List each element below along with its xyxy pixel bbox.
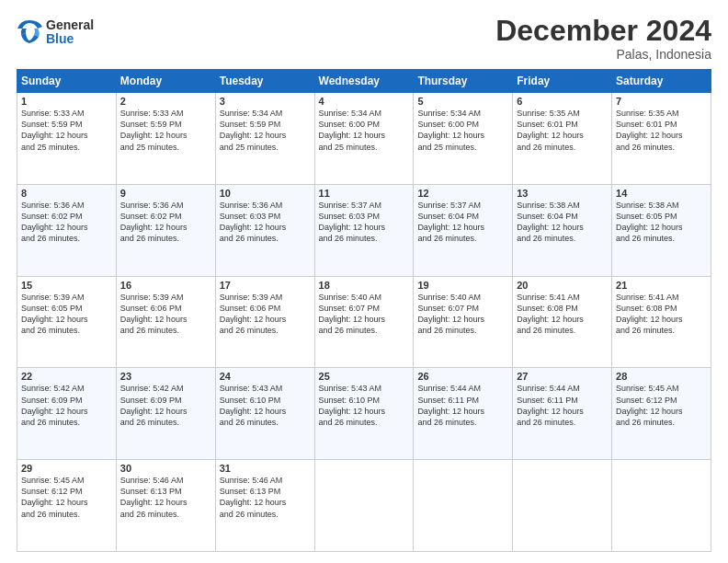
calendar-cell (414, 460, 513, 552)
calendar-cell: 8Sunrise: 5:36 AMSunset: 6:02 PMDaylight… (17, 184, 117, 276)
day-number: 3 (220, 96, 311, 107)
day-info: Sunrise: 5:44 AMSunset: 6:11 PMDaylight:… (417, 383, 508, 428)
day-info: Sunrise: 5:45 AMSunset: 6:12 PMDaylight:… (21, 475, 112, 520)
calendar-cell: 1Sunrise: 5:33 AMSunset: 5:59 PMDaylight… (17, 93, 117, 185)
header-day-wednesday: Wednesday (314, 70, 414, 93)
day-number: 10 (220, 188, 311, 199)
day-info: Sunrise: 5:41 AMSunset: 6:08 PMDaylight:… (616, 292, 707, 337)
calendar-week-1: 1Sunrise: 5:33 AMSunset: 5:59 PMDaylight… (17, 93, 711, 185)
calendar-cell: 30Sunrise: 5:46 AMSunset: 6:13 PMDayligh… (116, 460, 215, 552)
day-info: Sunrise: 5:34 AMSunset: 6:00 PMDaylight:… (417, 108, 508, 153)
day-number: 21 (616, 280, 707, 291)
day-number: 20 (517, 280, 608, 291)
day-number: 22 (21, 371, 112, 382)
calendar-week-4: 22Sunrise: 5:42 AMSunset: 6:09 PMDayligh… (17, 368, 711, 460)
day-info: Sunrise: 5:39 AMSunset: 6:05 PMDaylight:… (21, 292, 112, 337)
day-info: Sunrise: 5:42 AMSunset: 6:09 PMDaylight:… (120, 383, 211, 428)
day-info: Sunrise: 5:44 AMSunset: 6:11 PMDaylight:… (517, 383, 608, 428)
calendar-cell: 28Sunrise: 5:45 AMSunset: 6:12 PMDayligh… (612, 368, 711, 460)
header-day-sunday: Sunday (17, 70, 117, 93)
calendar-week-2: 8Sunrise: 5:36 AMSunset: 6:02 PMDaylight… (17, 184, 711, 276)
day-number: 1 (21, 96, 112, 107)
calendar-cell: 11Sunrise: 5:37 AMSunset: 6:03 PMDayligh… (314, 184, 414, 276)
header: General Blue December 2024 Palas, Indone… (17, 15, 711, 62)
calendar-cell: 14Sunrise: 5:38 AMSunset: 6:05 PMDayligh… (612, 184, 711, 276)
day-info: Sunrise: 5:34 AMSunset: 6:00 PMDaylight:… (319, 108, 410, 153)
day-number: 7 (616, 96, 707, 107)
day-number: 14 (616, 188, 707, 199)
day-number: 24 (220, 371, 311, 382)
day-info: Sunrise: 5:40 AMSunset: 6:07 PMDaylight:… (417, 292, 508, 337)
day-info: Sunrise: 5:35 AMSunset: 6:01 PMDaylight:… (616, 108, 707, 153)
day-number: 17 (220, 280, 311, 291)
day-number: 2 (120, 96, 211, 107)
logo-general-text: General (46, 18, 94, 32)
calendar-cell: 22Sunrise: 5:42 AMSunset: 6:09 PMDayligh… (17, 368, 117, 460)
logo-blue-text: Blue (46, 32, 94, 46)
day-number: 28 (616, 371, 707, 382)
calendar-cell: 23Sunrise: 5:42 AMSunset: 6:09 PMDayligh… (116, 368, 215, 460)
day-number: 25 (319, 371, 410, 382)
day-info: Sunrise: 5:45 AMSunset: 6:12 PMDaylight:… (616, 383, 707, 428)
day-info: Sunrise: 5:39 AMSunset: 6:06 PMDaylight:… (120, 292, 211, 337)
day-number: 12 (417, 188, 508, 199)
calendar-cell: 9Sunrise: 5:36 AMSunset: 6:02 PMDaylight… (116, 184, 215, 276)
calendar-header: SundayMondayTuesdayWednesdayThursdayFrid… (17, 70, 711, 93)
header-day-monday: Monday (116, 70, 215, 93)
day-number: 13 (517, 188, 608, 199)
calendar-cell: 20Sunrise: 5:41 AMSunset: 6:08 PMDayligh… (513, 276, 612, 368)
day-number: 11 (319, 188, 410, 199)
header-day-tuesday: Tuesday (215, 70, 314, 93)
calendar-cell: 29Sunrise: 5:45 AMSunset: 6:12 PMDayligh… (17, 460, 117, 552)
day-info: Sunrise: 5:33 AMSunset: 5:59 PMDaylight:… (120, 108, 211, 153)
calendar-cell: 21Sunrise: 5:41 AMSunset: 6:08 PMDayligh… (612, 276, 711, 368)
calendar-cell: 25Sunrise: 5:43 AMSunset: 6:10 PMDayligh… (314, 368, 414, 460)
calendar-cell: 26Sunrise: 5:44 AMSunset: 6:11 PMDayligh… (414, 368, 513, 460)
day-info: Sunrise: 5:36 AMSunset: 6:02 PMDaylight:… (21, 200, 112, 245)
calendar-cell: 13Sunrise: 5:38 AMSunset: 6:04 PMDayligh… (513, 184, 612, 276)
day-info: Sunrise: 5:38 AMSunset: 6:05 PMDaylight:… (616, 200, 707, 245)
day-info: Sunrise: 5:36 AMSunset: 6:03 PMDaylight:… (220, 200, 311, 245)
calendar-cell: 24Sunrise: 5:43 AMSunset: 6:10 PMDayligh… (215, 368, 314, 460)
day-info: Sunrise: 5:43 AMSunset: 6:10 PMDaylight:… (319, 383, 410, 428)
day-number: 15 (21, 280, 112, 291)
calendar-cell: 16Sunrise: 5:39 AMSunset: 6:06 PMDayligh… (116, 276, 215, 368)
day-info: Sunrise: 5:37 AMSunset: 6:04 PMDaylight:… (417, 200, 508, 245)
day-info: Sunrise: 5:42 AMSunset: 6:09 PMDaylight:… (21, 383, 112, 428)
calendar-body: 1Sunrise: 5:33 AMSunset: 5:59 PMDaylight… (17, 93, 711, 552)
day-info: Sunrise: 5:37 AMSunset: 6:03 PMDaylight:… (319, 200, 410, 245)
header-day-friday: Friday (513, 70, 612, 93)
calendar-cell: 3Sunrise: 5:34 AMSunset: 5:59 PMDaylight… (215, 93, 314, 185)
day-number: 19 (417, 280, 508, 291)
day-info: Sunrise: 5:35 AMSunset: 6:01 PMDaylight:… (517, 108, 608, 153)
day-number: 4 (319, 96, 410, 107)
day-number: 27 (517, 371, 608, 382)
calendar-cell (612, 460, 711, 552)
day-number: 5 (417, 96, 508, 107)
page: General Blue December 2024 Palas, Indone… (0, 0, 728, 563)
calendar-cell (513, 460, 612, 552)
calendar-cell: 17Sunrise: 5:39 AMSunset: 6:06 PMDayligh… (215, 276, 314, 368)
calendar-cell: 27Sunrise: 5:44 AMSunset: 6:11 PMDayligh… (513, 368, 612, 460)
header-row: SundayMondayTuesdayWednesdayThursdayFrid… (17, 70, 711, 93)
day-number: 9 (120, 188, 211, 199)
day-number: 23 (120, 371, 211, 382)
logo-icon (17, 19, 42, 45)
day-number: 18 (319, 280, 410, 291)
calendar-cell: 31Sunrise: 5:46 AMSunset: 6:13 PMDayligh… (215, 460, 314, 552)
logo-text: General Blue (46, 18, 94, 47)
day-info: Sunrise: 5:33 AMSunset: 5:59 PMDaylight:… (21, 108, 112, 153)
calendar-cell: 5Sunrise: 5:34 AMSunset: 6:00 PMDaylight… (414, 93, 513, 185)
day-info: Sunrise: 5:41 AMSunset: 6:08 PMDaylight:… (517, 292, 608, 337)
day-number: 30 (120, 463, 211, 474)
calendar-cell: 6Sunrise: 5:35 AMSunset: 6:01 PMDaylight… (513, 93, 612, 185)
calendar-cell: 18Sunrise: 5:40 AMSunset: 6:07 PMDayligh… (314, 276, 414, 368)
calendar-cell: 7Sunrise: 5:35 AMSunset: 6:01 PMDaylight… (612, 93, 711, 185)
day-info: Sunrise: 5:40 AMSunset: 6:07 PMDaylight:… (319, 292, 410, 337)
calendar: SundayMondayTuesdayWednesdayThursdayFrid… (17, 69, 711, 552)
day-info: Sunrise: 5:39 AMSunset: 6:06 PMDaylight:… (220, 292, 311, 337)
calendar-week-5: 29Sunrise: 5:45 AMSunset: 6:12 PMDayligh… (17, 460, 711, 552)
calendar-cell: 10Sunrise: 5:36 AMSunset: 6:03 PMDayligh… (215, 184, 314, 276)
calendar-cell: 19Sunrise: 5:40 AMSunset: 6:07 PMDayligh… (414, 276, 513, 368)
calendar-cell (314, 460, 414, 552)
